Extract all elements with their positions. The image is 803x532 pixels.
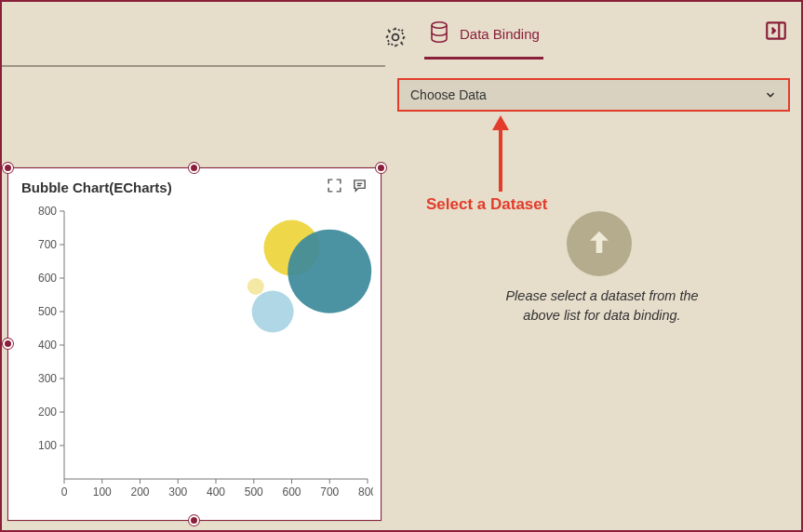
empty-state-text: Please select a dataset from the above l… bbox=[481, 286, 723, 326]
svg-text:600: 600 bbox=[38, 272, 57, 285]
choose-data-label: Choose Data bbox=[410, 87, 487, 102]
tab-data-binding[interactable]: Data Binding bbox=[424, 15, 543, 60]
resize-handle[interactable] bbox=[189, 515, 199, 525]
svg-point-0 bbox=[393, 34, 399, 41]
comment-icon[interactable] bbox=[352, 178, 368, 196]
svg-text:500: 500 bbox=[38, 305, 57, 318]
svg-text:400: 400 bbox=[207, 485, 225, 499]
svg-text:700: 700 bbox=[320, 485, 339, 499]
svg-point-46 bbox=[288, 230, 371, 313]
chevron-down-icon bbox=[764, 88, 777, 101]
annotation-arrow bbox=[488, 115, 513, 199]
tab-data-binding-label: Data Binding bbox=[460, 26, 540, 42]
resize-handle[interactable] bbox=[376, 163, 386, 173]
chart-plot-area: 1002003004005006007008000100200300400500… bbox=[29, 206, 373, 503]
svg-text:800: 800 bbox=[358, 485, 373, 499]
resize-handle[interactable] bbox=[3, 163, 13, 173]
choose-data-dropdown[interactable]: Choose Data bbox=[397, 78, 790, 112]
svg-point-2 bbox=[432, 22, 447, 28]
database-icon bbox=[428, 20, 450, 47]
collapse-panel-icon[interactable] bbox=[764, 19, 788, 47]
annotation-label: Select a Dataset bbox=[426, 195, 547, 214]
svg-text:0: 0 bbox=[61, 485, 68, 499]
canvas-edge bbox=[2, 65, 385, 67]
svg-text:700: 700 bbox=[38, 238, 57, 251]
svg-text:100: 100 bbox=[93, 485, 112, 499]
widget-title: Bubble Chart(ECharts) bbox=[21, 180, 172, 195]
gear-icon[interactable] bbox=[383, 25, 408, 49]
svg-point-1 bbox=[387, 29, 403, 45]
upload-icon bbox=[567, 211, 632, 276]
svg-text:800: 800 bbox=[38, 206, 57, 218]
maximize-icon[interactable] bbox=[327, 178, 342, 196]
svg-marker-6 bbox=[492, 115, 509, 130]
svg-point-47 bbox=[248, 278, 264, 295]
resize-handle[interactable] bbox=[189, 163, 199, 173]
bubble-chart-widget[interactable]: Bubble Chart(ECharts) 100200300400500600… bbox=[7, 167, 381, 521]
svg-text:300: 300 bbox=[168, 485, 187, 499]
svg-text:200: 200 bbox=[130, 485, 149, 499]
svg-text:500: 500 bbox=[245, 485, 263, 499]
svg-point-48 bbox=[252, 291, 294, 333]
svg-text:100: 100 bbox=[38, 439, 57, 452]
resize-handle[interactable] bbox=[3, 339, 13, 349]
svg-text:400: 400 bbox=[38, 339, 57, 352]
svg-text:200: 200 bbox=[38, 406, 57, 419]
svg-text:300: 300 bbox=[38, 372, 57, 385]
svg-text:600: 600 bbox=[282, 485, 301, 499]
